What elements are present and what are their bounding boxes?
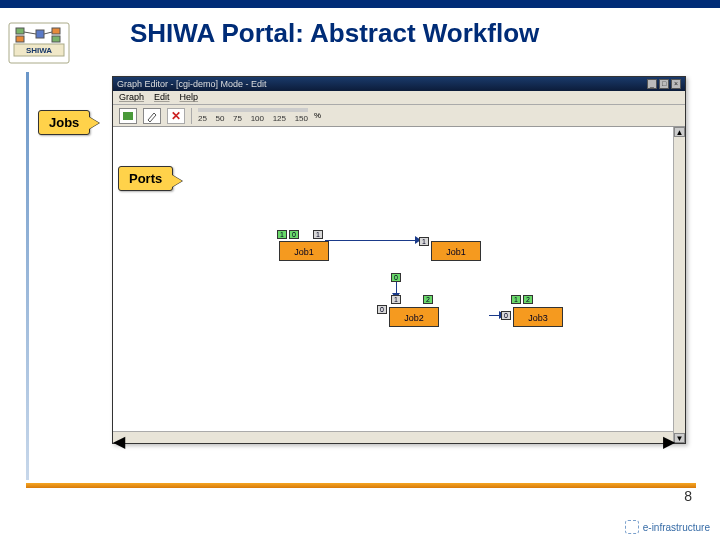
svg-rect-5 bbox=[36, 30, 44, 38]
callout-jobs: Jobs bbox=[38, 110, 90, 135]
scroll-left-icon[interactable]: ◀ bbox=[113, 432, 123, 443]
scroll-right-icon[interactable]: ▶ bbox=[663, 432, 673, 443]
port[interactable]: 2 bbox=[523, 295, 533, 304]
new-node-button[interactable] bbox=[119, 108, 137, 124]
menu-help[interactable]: Help bbox=[180, 92, 199, 103]
svg-rect-10 bbox=[123, 112, 133, 120]
footer-brand: e-infrastructure bbox=[625, 520, 710, 534]
page-number: 8 bbox=[684, 488, 692, 504]
port[interactable]: 1 bbox=[313, 230, 323, 239]
scroll-down-icon[interactable]: ▼ bbox=[674, 433, 685, 443]
menu-edit[interactable]: Edit bbox=[154, 92, 170, 103]
callout-ports: Ports bbox=[118, 166, 173, 191]
graph-editor-window: Graph Editor - [cgi-demo] Mode - Edit _ … bbox=[112, 76, 686, 444]
window-close-button[interactable]: × bbox=[671, 79, 681, 89]
menu-bar: Graph Edit Help bbox=[113, 91, 685, 105]
edge bbox=[325, 240, 417, 241]
zoom-tick: 100 bbox=[251, 114, 264, 123]
svg-rect-4 bbox=[16, 36, 24, 42]
scroll-up-icon[interactable]: ▲ bbox=[674, 127, 685, 137]
window-maximize-button[interactable]: □ bbox=[659, 79, 669, 89]
port[interactable]: 0 bbox=[501, 311, 511, 320]
bottom-decor-bar bbox=[26, 483, 696, 488]
job-node[interactable]: Job2 bbox=[389, 307, 439, 327]
svg-rect-7 bbox=[52, 36, 60, 42]
zoom-tick: 50 bbox=[216, 114, 225, 123]
port[interactable]: 2 bbox=[423, 295, 433, 304]
job-node[interactable]: Job1 bbox=[279, 241, 329, 261]
top-decor-bar bbox=[0, 0, 720, 8]
svg-text:SHIWA: SHIWA bbox=[26, 46, 52, 55]
window-titlebar[interactable]: Graph Editor - [cgi-demo] Mode - Edit _ … bbox=[113, 77, 685, 91]
port[interactable]: 0 bbox=[289, 230, 299, 239]
port[interactable]: 1 bbox=[419, 237, 429, 246]
job-node[interactable]: Job3 bbox=[513, 307, 563, 327]
zoom-tick: 150 bbox=[295, 114, 308, 123]
window-title-text: Graph Editor - [cgi-demo] Mode - Edit bbox=[117, 79, 267, 89]
menu-graph[interactable]: Graph bbox=[119, 92, 144, 103]
svg-rect-3 bbox=[16, 28, 24, 34]
window-minimize-button[interactable]: _ bbox=[647, 79, 657, 89]
port[interactable]: 1 bbox=[391, 295, 401, 304]
horizontal-scrollbar[interactable]: ◀ ▶ bbox=[113, 431, 673, 443]
job-node[interactable]: Job1 bbox=[431, 241, 481, 261]
port[interactable]: 0 bbox=[391, 273, 401, 282]
vertical-scrollbar[interactable]: ▲ ▼ bbox=[673, 127, 685, 443]
footer-brand-icon bbox=[625, 520, 639, 534]
zoom-slider[interactable]: 25 50 75 100 125 150 bbox=[198, 108, 308, 123]
left-decor-line bbox=[26, 72, 29, 480]
edit-button[interactable] bbox=[143, 108, 161, 124]
slide-title: SHIWA Portal: Abstract Workflow bbox=[130, 18, 539, 49]
svg-rect-6 bbox=[52, 28, 60, 34]
zoom-pct-label: % bbox=[314, 111, 321, 120]
zoom-tick: 75 bbox=[233, 114, 242, 123]
delete-button[interactable]: ✕ bbox=[167, 108, 185, 124]
zoom-tick: 125 bbox=[273, 114, 286, 123]
port[interactable]: 1 bbox=[511, 295, 521, 304]
zoom-tick: 25 bbox=[198, 114, 207, 123]
toolbar: ✕ 25 50 75 100 125 150 % bbox=[113, 105, 685, 127]
workflow-canvas[interactable]: Job1 Job1 Job2 Job3 1 0 1 1 0 0 1 2 0 1 … bbox=[113, 127, 673, 443]
port[interactable]: 1 bbox=[277, 230, 287, 239]
shiwa-logo: SHIWA bbox=[8, 22, 70, 64]
port[interactable]: 0 bbox=[377, 305, 387, 314]
